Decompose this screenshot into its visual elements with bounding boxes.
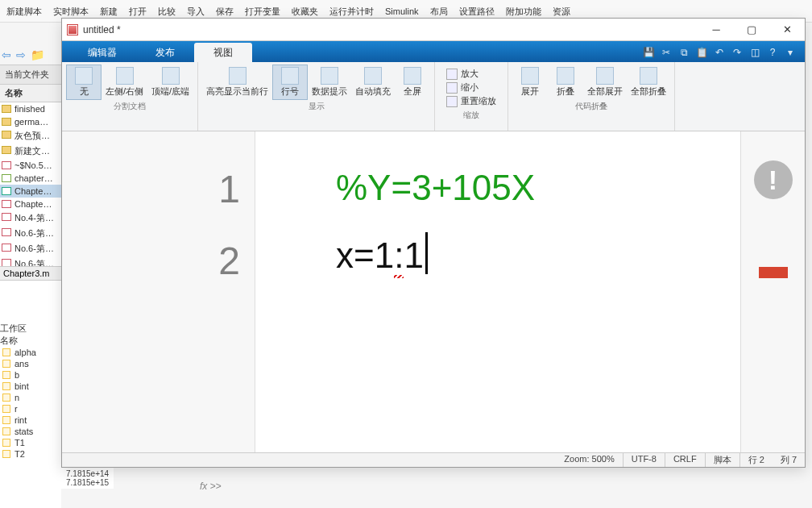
workspace-title: 工作区 — [0, 323, 61, 335]
editor-window: untitled * ─ ▢ ✕ 编辑器 发布 视图 💾 ✂ ⧉ 📋 ↶ ↷ ◫… — [61, 18, 806, 468]
statusbar: Zoom: 500% UTF-8 CRLF 脚本 行 2 列 7 — [62, 452, 805, 467]
back-icon[interactable]: ⇦ — [2, 48, 14, 61]
paste-icon[interactable]: 📋 — [695, 46, 708, 59]
ws-item[interactable]: alpha — [0, 347, 61, 358]
ts-newscript[interactable]: 新建脚本 — [6, 0, 42, 22]
name-column-header[interactable]: 名称 — [0, 85, 61, 102]
titlebar[interactable]: untitled * ─ ▢ ✕ — [62, 19, 805, 41]
group-zoom: 放大 缩小 重置缩放 缩放 — [435, 62, 508, 131]
text-cursor — [425, 232, 428, 274]
save-icon[interactable]: 💾 — [642, 46, 655, 59]
ws-item[interactable]: r — [0, 403, 61, 414]
help-icon[interactable]: ? — [766, 46, 779, 59]
fwd-icon[interactable]: ⇨ — [16, 48, 29, 61]
fullscreen[interactable]: 全屏 — [396, 65, 429, 99]
status-col: 列 7 — [773, 453, 805, 467]
status-encoding[interactable]: UTF-8 — [624, 453, 665, 467]
line-gutter: 1 2 — [62, 131, 255, 452]
tree-item[interactable]: Chapte… — [0, 185, 61, 198]
tree-item[interactable]: 灰色预… — [0, 128, 61, 144]
workspace-panel: 工作区 名称 alphaansbbintnrrintstatsT1T2 — [0, 323, 61, 500]
group-fold: 展开 折叠 全部展开 全部折叠 代码折叠 — [508, 62, 675, 131]
group-fold-label: 代码折叠 — [575, 99, 607, 114]
split-lr[interactable]: 左侧/右侧 — [102, 65, 147, 99]
split-none[interactable]: 无 — [67, 65, 101, 99]
line-number: 1 — [62, 154, 240, 226]
tree-item[interactable]: No.6-第… — [0, 241, 61, 256]
fold-collapse[interactable]: 折叠 — [549, 65, 582, 99]
status-eol[interactable]: CRLF — [665, 453, 706, 467]
highlight-line[interactable]: 高亮显示当前行 — [203, 65, 271, 99]
group-zoom-label: 缩放 — [463, 108, 479, 123]
tab-view[interactable]: 视图 — [194, 43, 252, 62]
code-line-2: x=1:1 — [336, 222, 740, 289]
cut-icon[interactable]: ✂ — [660, 46, 673, 59]
tree-item[interactable]: 新建文… — [0, 144, 61, 159]
tab-strip: 编辑器 发布 视图 💾 ✂ ⧉ 📋 ↶ ↷ ◫ ? ▾ — [62, 41, 805, 62]
message-bar: ! — [740, 131, 805, 452]
maximize-button[interactable]: ▢ — [734, 19, 769, 41]
app-icon — [67, 24, 78, 35]
tree-item[interactable]: No.4-第… — [0, 210, 61, 226]
command-prompt[interactable]: fx >> — [200, 481, 222, 492]
autofill[interactable]: 自动填充 — [352, 65, 394, 99]
tree-item[interactable]: finished — [0, 102, 61, 115]
status-row: 行 2 — [740, 453, 773, 467]
group-display-label: 显示 — [309, 99, 325, 114]
tab-publish[interactable]: 发布 — [136, 43, 194, 62]
dock-icon[interactable]: ◫ — [748, 46, 761, 59]
error-marker[interactable] — [759, 267, 788, 278]
group-split-label: 分割文档 — [114, 99, 146, 114]
ws-item[interactable]: b — [0, 369, 61, 381]
minimize-button[interactable]: ─ — [698, 19, 734, 41]
ws-item[interactable]: ans — [0, 358, 61, 369]
group-display: 高亮显示当前行 行号 数据提示 自动填充 全屏 显示 — [198, 62, 435, 131]
fold-collapse-all[interactable]: 全部折叠 — [628, 65, 669, 99]
redo-icon[interactable]: ↷ — [731, 46, 744, 59]
warning-indicator-icon[interactable]: ! — [754, 160, 793, 199]
undo-icon[interactable]: ↶ — [713, 46, 726, 59]
ribbon: 无 左侧/右侧 顶端/底端 分割文档 高亮显示当前行 行号 数据提示 自动填充 … — [62, 62, 805, 131]
file-detail: Chapter3.m — [0, 266, 61, 281]
current-folder-title: 当前文件夹 — [0, 65, 61, 85]
value-preview: 7.1815e+14 7.1815e+15 — [61, 468, 114, 489]
tree-item[interactable]: germa… — [0, 115, 61, 128]
ws-item[interactable]: bint — [0, 381, 61, 392]
data-tips[interactable]: 数据提示 — [309, 65, 350, 99]
ws-item[interactable]: stats — [0, 426, 61, 437]
status-zoom[interactable]: Zoom: 500% — [556, 453, 623, 467]
zoom-out[interactable]: 缩小 — [441, 81, 501, 94]
group-split: 无 左侧/右侧 顶端/底端 分割文档 — [62, 62, 198, 131]
ws-item[interactable]: n — [0, 392, 61, 403]
nav-arrows: ⇦ ⇨ 📁 — [2, 48, 44, 61]
code-line-1: %Y=3+105X — [336, 154, 740, 222]
split-tb[interactable]: 顶端/底端 — [148, 65, 193, 99]
code-area[interactable]: %Y=3+105X x=1:1 — [255, 131, 740, 452]
editor-body: 1 2 %Y=3+105X x=1:1 ! — [62, 131, 805, 452]
zoom-reset[interactable]: 重置缩放 — [441, 94, 501, 108]
copy-icon[interactable]: ⧉ — [677, 46, 690, 59]
window-title: untitled * — [83, 24, 698, 35]
fold-expand-all[interactable]: 全部展开 — [584, 65, 626, 99]
close-button[interactable]: ✕ — [769, 19, 805, 41]
menu-icon[interactable]: ▾ — [784, 46, 797, 59]
up-icon[interactable]: 📁 — [31, 48, 44, 61]
tree-item[interactable]: chapter… — [0, 172, 61, 185]
line-number: 2 — [62, 226, 240, 298]
ws-item[interactable]: T1 — [0, 437, 61, 448]
quick-access: 💾 ✂ ⧉ 📋 ↶ ↷ ◫ ? ▾ — [642, 46, 805, 62]
tree-item[interactable]: Chapte… — [0, 198, 61, 210]
ws-item[interactable]: T2 — [0, 448, 61, 460]
fold-expand[interactable]: 展开 — [513, 65, 547, 99]
zoom-in[interactable]: 放大 — [441, 67, 501, 81]
status-type: 脚本 — [706, 453, 740, 467]
tree-item[interactable]: ~$No.5… — [0, 159, 61, 172]
ws-item[interactable]: rint — [0, 414, 61, 426]
tab-editor[interactable]: 编辑器 — [68, 43, 136, 62]
ws-name-header[interactable]: 名称 — [0, 335, 61, 347]
line-numbers[interactable]: 行号 — [273, 65, 307, 99]
tree-item[interactable]: No.6-第… — [0, 226, 61, 241]
